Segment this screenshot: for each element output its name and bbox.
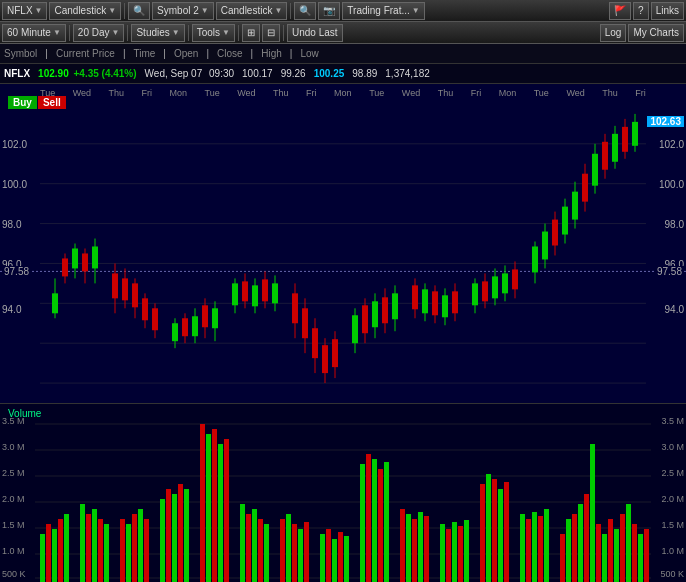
svg-rect-15 <box>82 253 88 271</box>
low-col-label: Low <box>300 48 318 59</box>
symbol-dropdown[interactable]: NFLX ▼ <box>2 2 47 20</box>
period-dropdown[interactable]: 20 Day ▼ <box>73 24 125 42</box>
svg-rect-117 <box>40 534 45 582</box>
search-icon-btn-2[interactable]: 🔍 <box>294 2 316 20</box>
svg-rect-107 <box>622 127 628 152</box>
vol-1-0m-l: 1.0 M <box>2 546 25 556</box>
svg-rect-129 <box>132 514 137 582</box>
vol-2-5m-r: 2.5 M <box>661 468 684 478</box>
search-icon-btn[interactable]: 🔍 <box>128 2 150 20</box>
svg-rect-105 <box>612 134 618 162</box>
open-col-label: Open <box>174 48 198 59</box>
info-change: +4.35 (4.41%) <box>73 68 136 79</box>
svg-rect-83 <box>492 276 498 298</box>
main-chart[interactable]: Tue Wed Thu Fri Mon Tue Wed Thu Fri Mon … <box>0 84 686 404</box>
current-price-col-label: Current Price <box>56 48 115 59</box>
svg-rect-135 <box>178 484 183 582</box>
svg-rect-81 <box>482 281 488 301</box>
trading-frat-dropdown[interactable]: Trading Frat... ▼ <box>342 2 424 20</box>
svg-rect-67 <box>392 293 398 319</box>
svg-rect-130 <box>138 509 143 582</box>
svg-rect-158 <box>366 454 371 582</box>
sep-7 <box>283 25 284 41</box>
question-btn[interactable]: ? <box>633 2 649 20</box>
svg-rect-170 <box>458 526 463 582</box>
svg-rect-169 <box>452 522 457 582</box>
svg-rect-123 <box>86 514 91 582</box>
svg-rect-164 <box>412 519 417 582</box>
svg-rect-128 <box>126 524 131 582</box>
svg-rect-176 <box>504 482 509 582</box>
svg-rect-37 <box>212 308 218 328</box>
svg-rect-33 <box>192 316 198 336</box>
sep-6 <box>238 25 239 41</box>
tools-dropdown[interactable]: Tools ▼ <box>192 24 235 42</box>
svg-rect-145 <box>258 519 263 582</box>
svg-rect-131 <box>144 519 149 582</box>
svg-rect-45 <box>262 279 268 301</box>
svg-rect-97 <box>572 192 578 220</box>
svg-rect-69 <box>412 285 418 309</box>
symbol2-dropdown[interactable]: Symbol 2 ▼ <box>152 2 214 20</box>
svg-rect-41 <box>242 281 248 301</box>
svg-rect-159 <box>372 459 377 582</box>
svg-rect-13 <box>72 248 78 268</box>
svg-rect-39 <box>232 283 238 305</box>
ref-line-label-left: 97.58 <box>2 266 31 277</box>
svg-rect-150 <box>298 529 303 582</box>
studies-arrow: ▼ <box>172 28 180 37</box>
candlestick-svg <box>0 84 686 403</box>
svg-rect-195 <box>638 534 643 582</box>
my-charts-btn[interactable]: My Charts <box>628 24 684 42</box>
svg-rect-190 <box>608 519 613 582</box>
chart-type-2-dropdown[interactable]: Candlestick ▼ <box>216 2 288 20</box>
svg-rect-183 <box>566 519 571 582</box>
svg-rect-156 <box>344 536 349 582</box>
price-label-102: 102.0 <box>2 139 27 150</box>
vol-500k-l: 500 K <box>2 569 26 579</box>
price-label-100: 100.0 <box>2 179 27 190</box>
svg-rect-121 <box>64 514 69 582</box>
svg-rect-166 <box>424 516 429 582</box>
svg-rect-140 <box>218 444 223 582</box>
svg-rect-148 <box>286 514 291 582</box>
layout-icon-1[interactable]: ⊞ <box>242 24 260 42</box>
links-btn[interactable]: Links <box>651 2 684 20</box>
high-col-label: High <box>261 48 282 59</box>
svg-rect-47 <box>272 283 278 303</box>
timeframe-dropdown[interactable]: 60 Minute ▼ <box>2 24 66 42</box>
svg-rect-193 <box>626 504 631 582</box>
camera-icon[interactable]: 📷 <box>318 2 340 20</box>
studies-dropdown[interactable]: Studies ▼ <box>131 24 184 42</box>
vol-2-5m-l: 2.5 M <box>2 468 25 478</box>
svg-rect-136 <box>184 489 189 582</box>
flag-icon[interactable]: 🚩 <box>609 2 631 20</box>
links-label: Links <box>656 5 679 16</box>
svg-rect-19 <box>112 273 118 298</box>
vol-2-0m-r: 2.0 M <box>661 494 684 504</box>
svg-rect-118 <box>46 524 51 582</box>
chart-type-2-arrow: ▼ <box>274 6 282 15</box>
layout-icon-2[interactable]: ⊟ <box>262 24 280 42</box>
svg-rect-132 <box>160 499 165 582</box>
svg-rect-142 <box>240 504 245 582</box>
svg-rect-85 <box>502 273 508 293</box>
period-arrow: ▼ <box>112 28 120 37</box>
svg-rect-63 <box>372 301 378 327</box>
undo-last-label: Undo Last <box>292 27 338 38</box>
undo-last-btn[interactable]: Undo Last <box>287 24 343 42</box>
symbol2-label: Symbol 2 <box>157 5 199 16</box>
svg-rect-53 <box>312 328 318 358</box>
svg-rect-73 <box>432 291 438 315</box>
svg-rect-99 <box>582 174 588 202</box>
period-label: 20 Day <box>78 27 110 38</box>
svg-rect-71 <box>422 289 428 313</box>
svg-rect-35 <box>202 305 208 327</box>
svg-rect-122 <box>80 504 85 582</box>
svg-rect-182 <box>560 534 565 582</box>
log-btn[interactable]: Log <box>600 24 627 42</box>
price-label-102-r: 102.0 <box>659 139 684 150</box>
chart-type-1-dropdown[interactable]: Candlestick ▼ <box>49 2 121 20</box>
svg-rect-157 <box>360 464 365 582</box>
svg-rect-9 <box>52 293 58 313</box>
